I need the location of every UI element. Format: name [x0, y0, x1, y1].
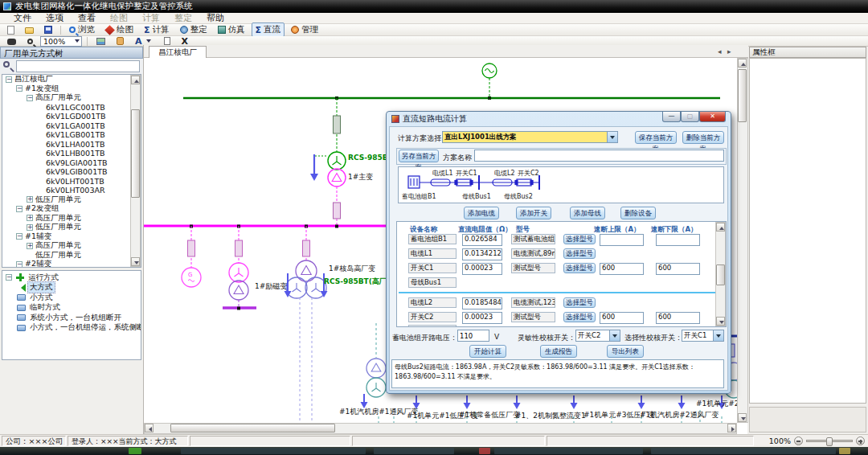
tree-item[interactable]: −#2辅变 [2, 260, 141, 268]
chevron-down-icon[interactable] [713, 330, 723, 341]
tree-item[interactable]: +低压厂用单元 [2, 195, 141, 205]
taskbar-item[interactable] [374, 448, 454, 454]
collapse-icon[interactable]: − [16, 85, 23, 92]
tree-item[interactable]: 6kV1LHB001TB [2, 149, 141, 158]
dc-short-circuit-dialog[interactable]: 直流短路电流计算 — ▢ ✕ 计算方案选择： 直出LXJ1001出线方案 保存当… [386, 111, 731, 394]
chevron-down-icon[interactable] [607, 132, 617, 142]
run-mode-tree[interactable]: −运行方式大方式小方式临时方式系统小方式，一台机组断开小方式，一台机组停运，系统… [2, 270, 141, 360]
expand-icon[interactable]: + [27, 215, 33, 221]
resistance-input[interactable]: 0.026584 [462, 234, 502, 246]
scroll-down-button[interactable] [738, 413, 747, 422]
select-model-button[interactable]: 选择型号 [563, 248, 596, 259]
add-bus-button[interactable]: 添加母线 [570, 207, 605, 219]
select-model-button[interactable]: 选择型号 [563, 263, 596, 273]
taskbar-item[interactable] [651, 448, 836, 454]
scheme-name-input[interactable] [474, 150, 724, 162]
scrollbar-thumb[interactable] [131, 109, 140, 198]
minimize-button[interactable]: — [662, 112, 681, 122]
collapse-icon[interactable]: − [16, 233, 23, 240]
collapse-icon[interactable]: − [6, 274, 12, 281]
canvas-vscrollbar[interactable] [737, 58, 748, 423]
start-calc-button[interactable]: 开始计算 [469, 345, 506, 358]
run-mode-item[interactable]: 大方式 [2, 283, 141, 293]
collapse-icon[interactable]: − [16, 261, 23, 268]
run-mode-item[interactable]: 系统小方式，一台机组断开 [2, 313, 141, 323]
taskbar-item[interactable] [839, 448, 850, 454]
chevron-down-icon[interactable] [609, 330, 620, 341]
selectivity-switch-combo[interactable]: 开关C1 [682, 330, 724, 342]
run-mode-root[interactable]: −运行方式 [2, 273, 141, 283]
resistance-input[interactable]: 0.0134212 [462, 248, 502, 260]
select-model-button[interactable]: 选择型号 [563, 234, 596, 244]
collapse-icon[interactable]: − [27, 95, 33, 101]
add-cable-button[interactable]: 添加电缆 [464, 207, 499, 219]
unit-tree[interactable]: −昌江核电厂−#1发变组−高压厂用单元6kV1LGC001TB6kV1LGD00… [2, 74, 141, 268]
scroll-up-button[interactable] [716, 223, 725, 232]
tab-nav-left-icon[interactable]: ◂ [718, 47, 722, 55]
save-scheme-button[interactable]: 保存当前方案 [635, 131, 677, 144]
tree-item[interactable]: 6kV1LGA001TB [2, 121, 141, 131]
image-button[interactable] [92, 35, 109, 47]
scrollbar-thumb[interactable] [738, 69, 747, 122]
diagram-tab[interactable]: 昌江核电厂 [149, 46, 207, 58]
scheme-combo[interactable]: 直出LXJ1001出线方案 [442, 131, 618, 143]
new-doc-button[interactable] [3, 24, 18, 36]
expand-icon[interactable]: + [27, 224, 33, 231]
taskbar-item[interactable] [494, 448, 643, 454]
resistance-input[interactable]: 0.0185484 [462, 297, 502, 309]
upper-limit-input[interactable]: 600 [600, 312, 644, 324]
lower-limit-input[interactable]: 600 [656, 312, 700, 324]
simulate-button[interactable]: 仿真 [214, 23, 249, 37]
zoom-in-button[interactable] [856, 437, 865, 445]
manage-button[interactable]: 管理 [287, 23, 322, 37]
delete-scheme-button[interactable]: 删除当前方案 [682, 131, 724, 144]
lower-limit-input[interactable] [656, 234, 700, 246]
run-mode-item[interactable]: 小方式，一台机组停运，系统侧断开 [2, 323, 141, 334]
delete-device-button[interactable]: 删除设备 [620, 207, 656, 219]
tree-scrollbar[interactable] [130, 75, 141, 267]
collapse-icon[interactable]: − [6, 76, 12, 83]
collapse-icon[interactable]: − [16, 206, 23, 212]
tree-item[interactable]: 6kV1LGB001TB [2, 130, 141, 140]
select-model-button[interactable]: 选择型号 [563, 312, 596, 322]
save-as-button[interactable]: 另存当前方案 [399, 150, 439, 162]
pan-button[interactable] [113, 35, 128, 47]
tree-item[interactable]: −高压厂用单元 [2, 93, 141, 103]
upper-limit-input[interactable] [600, 234, 644, 246]
taskbar-item[interactable] [181, 448, 366, 454]
select-model-button[interactable]: 选择型号 [563, 297, 596, 308]
scroll-down-button[interactable] [131, 257, 140, 266]
run-mode-item[interactable]: 小方式 [2, 293, 141, 303]
expand-icon[interactable]: + [27, 243, 33, 249]
properties-panel[interactable] [749, 58, 866, 404]
tree-item[interactable]: 6kV1LHA001TB [2, 140, 141, 150]
zoom-tool-button[interactable] [23, 37, 37, 46]
scroll-up-button[interactable] [131, 76, 140, 84]
tree-item[interactable]: 6kV1LGC001TB [2, 103, 141, 113]
zoom-combo[interactable]: 100% [40, 36, 82, 47]
close-button[interactable]: ✕ [699, 112, 726, 122]
zoom-slider-track[interactable] [806, 440, 853, 442]
canvas-hscrollbar[interactable] [144, 423, 737, 434]
table-scrollbar[interactable] [715, 222, 726, 326]
tree-search-input[interactable] [16, 60, 140, 72]
maximize-button[interactable]: ▢ [681, 112, 699, 122]
resistance-input[interactable]: 0.00023 [462, 312, 502, 324]
tree-item[interactable]: 6kV1LGD001TB [2, 112, 141, 121]
tree-item[interactable]: 6kV0LHT001TB [2, 177, 141, 187]
run-mode-item[interactable]: 临时方式 [2, 303, 141, 314]
find-button[interactable] [3, 35, 20, 47]
tree-item[interactable]: 6kV9LGIB001TB [2, 167, 141, 177]
upper-limit-input[interactable]: 600 [600, 263, 644, 275]
menu-item-file[interactable]: 文件 [6, 12, 39, 24]
taskbar-item[interactable] [129, 448, 141, 454]
tree-item[interactable]: 6kV9LGIA001TB [2, 158, 141, 168]
expand-icon[interactable]: + [27, 196, 33, 203]
scroll-up-button[interactable] [738, 59, 747, 68]
scrollbar-thumb[interactable] [170, 424, 335, 432]
generate-report-button[interactable]: 生成报告 [540, 345, 577, 358]
tree-item[interactable]: −昌江核电厂 [2, 75, 141, 84]
tree-item[interactable]: 低压厂用单元 [2, 251, 141, 260]
save-button[interactable] [40, 24, 56, 35]
scroll-down-button[interactable] [716, 317, 725, 326]
